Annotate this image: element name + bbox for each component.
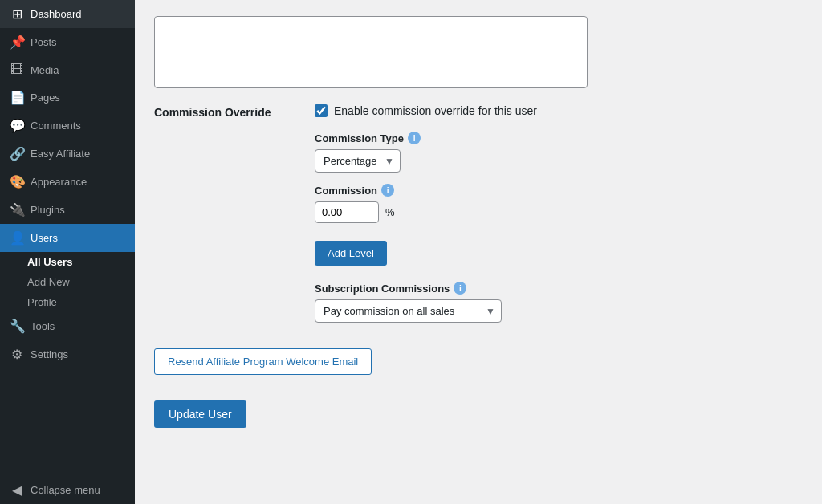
- sidebar-item-label: Pages: [31, 91, 60, 104]
- commission-type-label: Commission Type: [315, 132, 404, 144]
- sidebar-item-label: Users: [31, 232, 58, 244]
- appearance-icon: 🎨: [10, 174, 24, 189]
- commission-type-info-icon[interactable]: i: [408, 132, 421, 144]
- sidebar-item-label: Dashboard: [31, 8, 82, 20]
- subscription-commissions-info-icon[interactable]: i: [454, 282, 466, 295]
- sidebar-item-label: Comments: [31, 120, 81, 132]
- commission-info-icon[interactable]: i: [381, 184, 394, 197]
- dashboard-icon: ⊞: [10, 6, 24, 22]
- commission-override-checkbox-text: Enable commission override for this user: [334, 104, 537, 117]
- sidebar-item-media[interactable]: 🎞 Media: [0, 56, 135, 83]
- pages-icon: 📄: [10, 90, 24, 105]
- sidebar-item-posts[interactable]: 📌 Posts: [0, 28, 135, 56]
- commission-input-row: %: [315, 201, 796, 223]
- sidebar-item-label: Media: [31, 64, 59, 76]
- sidebar-item-label: Collapse menu: [31, 484, 100, 496]
- subscription-commissions-label-row: Subscription Commissions i: [315, 282, 796, 295]
- posts-icon: 📌: [10, 35, 24, 50]
- submenu-add-new[interactable]: Add New: [0, 272, 135, 292]
- plugins-icon: 🔌: [10, 202, 24, 217]
- commission-override-checkbox[interactable]: [315, 104, 328, 117]
- collapse-icon: ◀: [10, 482, 24, 498]
- sidebar-item-label: Appearance: [31, 176, 87, 188]
- users-icon: 👤: [10, 230, 24, 246]
- update-user-button[interactable]: Update User: [154, 400, 246, 428]
- commission-type-group: Commission Type i Percentage Flat ▼: [315, 132, 796, 173]
- sidebar-item-label: Plugins: [31, 204, 65, 216]
- sidebar: ⊞ Dashboard 📌 Posts 🎞 Media 📄 Pages 💬 Co…: [0, 0, 135, 504]
- commission-override-row: Commission Override Enable commission ov…: [154, 104, 796, 334]
- easy-affiliate-icon: 🔗: [10, 146, 24, 161]
- subscription-commissions-select[interactable]: Pay commission on all sales Pay commissi…: [315, 299, 502, 323]
- submenu-all-users[interactable]: All Users: [0, 252, 135, 272]
- sidebar-item-users[interactable]: 👤 Users: [0, 224, 135, 252]
- sidebar-item-label: Tools: [31, 320, 55, 332]
- subscription-commissions-label: Subscription Commissions: [315, 282, 450, 295]
- sidebar-item-comments[interactable]: 💬 Comments: [0, 112, 135, 140]
- commission-input[interactable]: [315, 201, 379, 223]
- sidebar-item-tools[interactable]: 🔧 Tools: [0, 312, 135, 340]
- commission-unit: %: [385, 206, 395, 218]
- subscription-commissions-select-wrapper: Pay commission on all sales Pay commissi…: [315, 299, 502, 323]
- commission-type-label-row: Commission Type i: [315, 132, 796, 144]
- media-icon: 🎞: [10, 63, 24, 77]
- settings-icon: ⚙: [10, 347, 24, 362]
- sidebar-item-plugins[interactable]: 🔌 Plugins: [0, 196, 135, 224]
- sidebar-item-easy-affiliate[interactable]: 🔗 Easy Affiliate: [0, 140, 135, 168]
- sidebar-item-settings[interactable]: ⚙ Settings: [0, 340, 135, 368]
- commission-override-label: Commission Override: [154, 104, 315, 119]
- submenu-profile[interactable]: Profile: [0, 292, 135, 312]
- sidebar-item-appearance[interactable]: 🎨 Appearance: [0, 168, 135, 196]
- commission-override-control: Enable commission override for this user…: [315, 104, 796, 334]
- commission-type-select-wrapper: Percentage Flat ▼: [315, 149, 401, 173]
- add-level-button[interactable]: Add Level: [315, 241, 387, 266]
- resend-section: Resend Affiliate Program Welcome Email: [154, 348, 796, 388]
- commission-label-row: Commission i: [315, 184, 796, 197]
- commission-override-checkbox-label[interactable]: Enable commission override for this user: [315, 104, 796, 117]
- sidebar-item-label: Posts: [31, 36, 57, 48]
- subscription-commissions-group: Subscription Commissions i Pay commissio…: [315, 282, 796, 323]
- commission-group: Commission i %: [315, 184, 796, 223]
- commission-label: Commission: [315, 185, 377, 197]
- sidebar-item-label: Easy Affiliate: [31, 148, 90, 160]
- users-submenu: All Users Add New Profile: [0, 252, 135, 312]
- main-content: Commission Override Enable commission ov…: [135, 0, 822, 504]
- bio-textarea[interactable]: [154, 16, 588, 88]
- sidebar-item-label: Settings: [31, 348, 68, 360]
- sidebar-item-dashboard[interactable]: ⊞ Dashboard: [0, 0, 135, 28]
- sidebar-item-collapse[interactable]: ◀ Collapse menu: [0, 476, 135, 504]
- update-section: Update User: [154, 400, 796, 428]
- commission-type-select[interactable]: Percentage Flat: [315, 149, 401, 173]
- resend-welcome-email-button[interactable]: Resend Affiliate Program Welcome Email: [154, 348, 372, 375]
- content-inner: Commission Override Enable commission ov…: [154, 16, 796, 428]
- comments-icon: 💬: [10, 118, 24, 133]
- sidebar-item-pages[interactable]: 📄 Pages: [0, 83, 135, 112]
- tools-icon: 🔧: [10, 319, 24, 334]
